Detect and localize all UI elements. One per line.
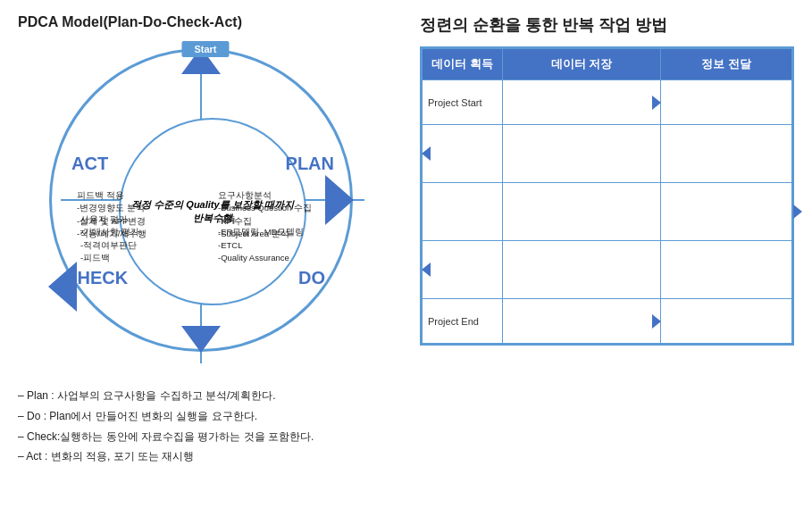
arrow-right-icon-2 (793, 204, 802, 219)
do-text: 구축-ER모델링, MD모델링-ETCL-Quality Assurance (218, 213, 334, 264)
flow2-cell-1 (423, 183, 503, 241)
flow1-cell-2 (503, 125, 661, 183)
arrow-down-icon (181, 326, 221, 353)
pdca-outer-circle: 적정 수준의 Quality를 보장할 때까지 반복수행 ACT PLAN CH… (49, 48, 353, 352)
flow1-cell-3 (660, 125, 791, 183)
act-label: ACT (71, 154, 108, 174)
main-container: PDCA Model(Plan-Do-Check-Act) 적정 수준의 Qua… (18, 14, 794, 467)
flow-table-wrapper: 데이터 획득 데이터 저장 정보 전달 Project Start (420, 46, 794, 346)
col-header-2: 데이터 저장 (503, 49, 661, 80)
flow3-cell-1 (423, 241, 503, 299)
arrow-left-icon-2 (422, 262, 431, 277)
table-header-row: 데이터 획득 데이터 저장 정보 전달 (423, 49, 792, 80)
do-label: DO (298, 268, 325, 288)
plan-label: PLAN (286, 154, 334, 174)
arrow-left-icon (48, 262, 77, 312)
arrow-right-icon (325, 175, 354, 225)
left-panel: PDCA Model(Plan-Do-Check-Act) 적정 수준의 Qua… (18, 14, 393, 467)
col-header-1: 데이터 획득 (423, 49, 503, 80)
desc-line-4: – Act : 변화의 적용, 포기 또는 재시행 (18, 446, 393, 467)
desc-line-1: – Plan : 사업부의 요구사항을 수집하고 분석/계획한다. (18, 386, 393, 406)
table-row-start: Project Start (423, 80, 792, 125)
end-cell-2 (503, 299, 661, 344)
arrow-left-icon-1 (422, 146, 431, 161)
table-row-flow3 (423, 241, 792, 299)
project-start-label: Project Start (428, 97, 482, 108)
check-text: 사용자 평가-기대사항 평가-적격여부판단-피드백 (80, 213, 183, 264)
flow3-cell-2 (503, 241, 661, 299)
flow3-cell-3 (660, 241, 791, 299)
pdca-diagram: 적정 수준의 Quality를 보장할 때까지 반복수행 ACT PLAN CH… (40, 39, 371, 370)
end-cell-3 (660, 299, 791, 344)
table-row-flow2 (423, 183, 792, 241)
arrow-right-icon-3 (652, 314, 661, 329)
pdca-title: PDCA Model(Plan-Do-Check-Act) (18, 14, 393, 30)
col-header-3: 정보 전달 (660, 49, 791, 80)
table-row-flow1 (423, 125, 792, 183)
desc-line-3: – Check:실행하는 동안에 자료수집을 평가하는 것을 포함한다. (18, 427, 393, 447)
right-title: 정련의 순환을 통한 반복 작업 방법 (420, 14, 794, 36)
flow1-cell-1 (423, 125, 503, 183)
right-panel: 정련의 순환을 통한 반복 작업 방법 데이터 획득 데이터 저장 정보 전달 … (420, 14, 794, 346)
flow-table: 데이터 획득 데이터 저장 정보 전달 Project Start (422, 48, 792, 344)
arrow-right-icon-1 (652, 96, 661, 110)
start-button: Start (181, 41, 229, 57)
table-row-end: Project End (423, 299, 792, 344)
project-end-label: Project End (428, 316, 479, 327)
flow2-cell-3 (660, 183, 791, 241)
flow2-cell-2 (503, 183, 661, 241)
description: – Plan : 사업부의 요구사항을 수집하고 분석/계획한다. – Do :… (18, 386, 393, 467)
start-cell-3 (660, 80, 791, 125)
desc-line-2: – Do : Plan에서 만들어진 변화의 실행을 요구한다. (18, 406, 393, 427)
start-label-cell: Project Start (423, 80, 503, 125)
end-label-cell: Project End (423, 299, 503, 344)
start-cell-2 (503, 80, 661, 125)
